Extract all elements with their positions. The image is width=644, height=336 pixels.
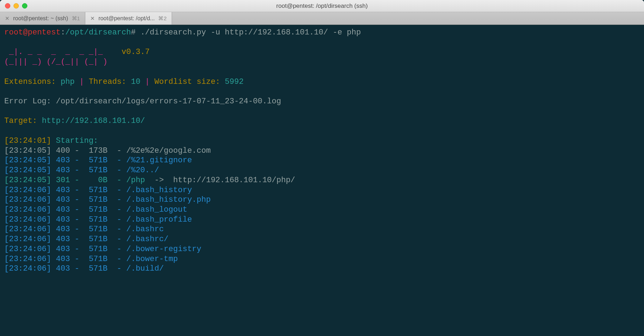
result-row: [23:24:05] 403 - 571B - /%21.gitignore xyxy=(4,156,192,165)
result-row: [23:24:06] 403 - 571B - /.bashrc/ xyxy=(4,235,168,244)
wordlist-label: Wordlist size: xyxy=(155,77,220,86)
close-icon[interactable]: ✕ xyxy=(90,15,95,22)
result-row: [23:24:06] 403 - 571B - /.bash_logout xyxy=(4,205,187,214)
target-url: http://192.168.101.10/ xyxy=(42,116,145,125)
tab-bar: ✕root@pentest: ~ (ssh)⌘1✕root@pentest: /… xyxy=(0,12,644,25)
start-time: [23:24:01] xyxy=(4,136,51,145)
result-row: [23:24:06] 403 - 571B - /.bash_history.p… xyxy=(4,195,211,204)
result-row: [23:24:05] 301 - 0B - /php xyxy=(4,176,145,185)
redirect-target: -> http://192.168.101.10/php/ xyxy=(145,176,295,185)
minimize-icon[interactable] xyxy=(14,3,19,9)
errorlog-label: Error Log: xyxy=(4,97,51,106)
tab-1[interactable]: ✕root@pentest: /opt/d...⌘2 xyxy=(85,12,172,25)
threads-value: 10 xyxy=(131,77,140,86)
result-row: [23:24:06] 403 - 571B - /.bower-registry xyxy=(4,245,202,254)
separator-2: | xyxy=(145,77,150,86)
prompt-symbol: # xyxy=(131,28,135,37)
prompt-command: ./dirsearch.py -u http://192.168.101.10/… xyxy=(140,28,361,37)
errorlog-path: /opt/dirsearch/logs/errors-17-07-11_23-2… xyxy=(56,97,281,106)
wordlist-value: 5992 xyxy=(225,77,244,86)
tab-label: root@pentest: /opt/d... xyxy=(98,15,155,22)
window-title: root@pentest: /opt/dirsearch (ssh) xyxy=(0,2,644,10)
tab-0[interactable]: ✕root@pentest: ~ (ssh)⌘1 xyxy=(0,12,85,25)
threads-label: Threads: xyxy=(89,77,127,86)
close-icon[interactable] xyxy=(5,3,10,9)
traffic-lights xyxy=(0,3,27,9)
maximize-icon[interactable] xyxy=(22,3,27,9)
titlebar: root@pentest: /opt/dirsearch (ssh) xyxy=(0,0,644,12)
close-icon[interactable]: ✕ xyxy=(5,15,10,22)
prompt-colon: : xyxy=(60,28,65,37)
target-label: Target: xyxy=(4,116,37,125)
result-rows: [23:24:05] 400 - 173B - /%2e%2e/google.c… xyxy=(4,146,295,273)
banner-version: v0.3.7 xyxy=(122,48,150,56)
result-row: [23:24:06] 403 - 571B - /.bash_profile xyxy=(4,215,192,224)
banner-line-2: (_||| _) (/_(_|| (_| ) xyxy=(4,58,107,66)
banner-line-1: _|. _ _ _ _ _ _|_ xyxy=(4,48,103,56)
terminal-body[interactable]: root@pentest:/opt/dirsearch# ./dirsearch… xyxy=(0,25,644,336)
result-row: [23:24:06] 403 - 571B - /.bash_history xyxy=(4,186,192,195)
result-row: [23:24:06] 403 - 571B - /.bashrc xyxy=(4,225,164,234)
terminal-window: root@pentest: /opt/dirsearch (ssh) ✕root… xyxy=(0,0,644,336)
tab-shortcut: ⌘1 xyxy=(72,15,80,22)
separator-1: | xyxy=(79,77,84,86)
tab-shortcut: ⌘2 xyxy=(158,15,166,22)
extensions-value: php xyxy=(60,77,75,86)
result-row: [23:24:05] 403 - 571B - /%20../ xyxy=(4,166,159,175)
result-row: [23:24:06] 403 - 571B - /.build/ xyxy=(4,264,164,273)
tab-label: root@pentest: ~ (ssh) xyxy=(13,15,68,22)
prompt-user-host: root@pentest xyxy=(4,28,60,37)
start-text: Starting: xyxy=(56,136,98,145)
prompt-path: /opt/dirsearch xyxy=(65,28,131,37)
result-row: [23:24:06] 403 - 571B - /.bower-tmp xyxy=(4,255,178,264)
extensions-label: Extensions: xyxy=(4,77,56,86)
result-row: [23:24:05] 400 - 173B - /%2e%2e/google.c… xyxy=(4,146,211,155)
